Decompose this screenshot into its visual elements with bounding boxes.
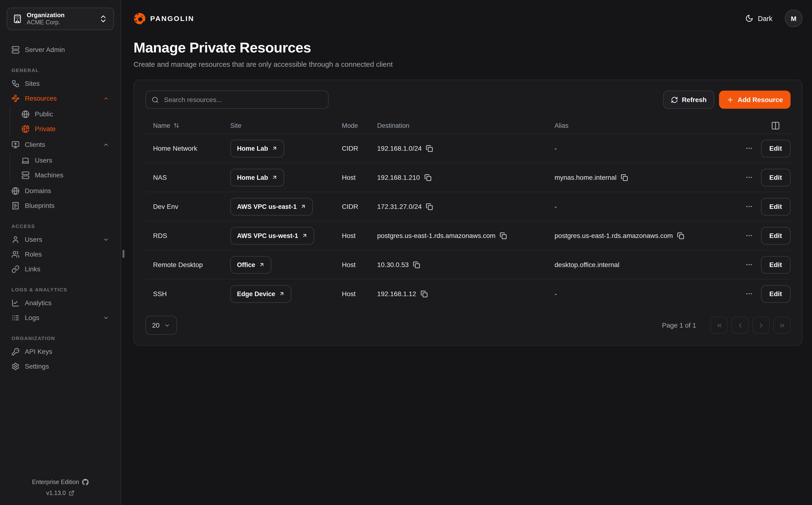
sidebar-item-client-users[interactable]: Users (17, 153, 114, 168)
cell-actions: Edit (718, 285, 791, 303)
row-more-button[interactable] (744, 144, 754, 153)
row-more-button[interactable] (744, 202, 754, 211)
copy-destination-button[interactable] (424, 174, 431, 181)
sidebar-item-domains[interactable]: Domains (7, 184, 114, 198)
row-more-button[interactable] (744, 260, 754, 270)
row-edit-button[interactable]: Edit (761, 198, 791, 215)
add-resource-button[interactable]: Add Resource (719, 91, 791, 109)
row-more-button[interactable] (744, 231, 754, 240)
table-row: Remote Desktop Office Host 10.30.0.53 (146, 250, 791, 279)
copy-destination-button[interactable] (426, 203, 433, 210)
gear-icon (11, 362, 20, 370)
search-input[interactable] (163, 96, 322, 104)
copy-destination-button[interactable] (421, 290, 428, 297)
previous-page-button[interactable] (732, 317, 749, 334)
row-edit-button[interactable]: Edit (761, 140, 791, 157)
cell-destination: 192.168.1.210 (370, 174, 547, 181)
avatar[interactable]: M (785, 10, 802, 27)
app: Organization ACME Corp. Server Admin GEN… (0, 0, 812, 505)
waypoints-icon (11, 95, 20, 103)
arrow-up-right-icon (302, 233, 308, 238)
org-selector[interactable]: Organization ACME Corp. (7, 8, 114, 30)
pager: Page 1 of 1 (662, 317, 791, 334)
moon-icon (746, 14, 754, 22)
copy-destination-button[interactable] (413, 261, 420, 268)
page-info: Page 1 of 1 (662, 321, 696, 329)
chevrons-left-icon (716, 322, 723, 329)
org-label: Organization (27, 11, 65, 19)
sidebar-item-settings[interactable]: Settings (7, 359, 114, 374)
copy-alias-button[interactable] (621, 174, 628, 181)
sidebar-item-public[interactable]: Public (17, 107, 114, 122)
sidebar-item-users[interactable]: Users (7, 232, 114, 247)
site-link-button[interactable]: Home Lab (230, 140, 284, 157)
ellipsis-icon (745, 232, 753, 239)
link-icon (11, 265, 20, 273)
sidebar-item-links[interactable]: Links (7, 262, 114, 277)
table-row: NAS Home Lab Host 192.168.1.210 (146, 163, 791, 192)
refresh-icon (671, 96, 678, 103)
column-header-destination: Destination (370, 122, 547, 129)
cell-name: NAS (146, 174, 223, 181)
sidebar-item-api-keys[interactable]: API Keys (7, 344, 114, 359)
row-edit-button[interactable]: Edit (761, 227, 791, 244)
cell-name: Remote Desktop (146, 261, 223, 269)
table-row: Home Network Home Lab CIDR 192.168.1.0/2… (146, 134, 791, 163)
sidebar-item-clients[interactable]: Clients (7, 137, 114, 152)
table-body: Home Network Home Lab CIDR 192.168.1.0/2… (146, 134, 791, 308)
last-page-button[interactable] (773, 317, 791, 334)
refresh-button[interactable]: Refresh (663, 91, 714, 109)
site-link-button[interactable]: Edge Device (230, 285, 291, 303)
row-more-button[interactable] (744, 289, 754, 299)
sidebar-item-roles[interactable]: Roles (7, 247, 114, 262)
sidebar-scrollbar-thumb[interactable] (123, 250, 124, 258)
server-icon (11, 46, 20, 54)
resources-subnav: Public Private (10, 107, 114, 136)
sidebar-item-resources[interactable]: Resources (7, 91, 114, 106)
column-header-name[interactable]: Name (146, 122, 223, 129)
site-link-button[interactable]: AWS VPC us-east-1 (230, 198, 313, 215)
next-page-button[interactable] (752, 317, 770, 334)
theme-toggle-button[interactable]: Dark (743, 14, 775, 23)
row-edit-button[interactable]: Edit (761, 285, 791, 303)
card-footer: 20 Page 1 of 1 (146, 316, 791, 335)
sidebar-item-private[interactable]: Private (17, 122, 114, 136)
sidebar-item-machines[interactable]: Machines (17, 168, 114, 183)
first-page-button[interactable] (710, 317, 728, 334)
toolbar-actions: Refresh Add Resource (663, 91, 791, 109)
cell-mode: Host (334, 232, 370, 239)
columns-icon[interactable] (771, 121, 780, 130)
monitor-up-icon (11, 141, 20, 149)
column-header-mode: Mode (334, 122, 370, 129)
sidebar-item-logs[interactable]: Logs (7, 310, 114, 325)
copy-icon (426, 145, 433, 152)
cell-alias: - (547, 203, 718, 210)
row-edit-button[interactable]: Edit (761, 169, 791, 186)
users-icon (11, 250, 20, 259)
site-link-button[interactable]: AWS VPC us-west-1 (230, 227, 315, 244)
sidebar-item-analytics[interactable]: Analytics (7, 296, 114, 310)
cell-mode: CIDR (334, 203, 370, 210)
copy-alias-button[interactable] (677, 232, 684, 239)
sidebar-item-sites[interactable]: Sites (7, 76, 114, 91)
edition-link[interactable]: Enterprise Edition (7, 479, 114, 485)
copy-destination-button[interactable] (426, 145, 433, 152)
globe-lock-icon (21, 125, 30, 133)
site-link-button[interactable]: Home Lab (230, 169, 284, 186)
ellipsis-icon (745, 261, 753, 269)
copy-destination-button[interactable] (500, 232, 507, 239)
arrow-up-right-icon (300, 204, 307, 209)
sidebar-item-blueprints[interactable]: Blueprints (7, 198, 114, 213)
row-more-button[interactable] (744, 173, 754, 182)
row-edit-button[interactable]: Edit (761, 256, 791, 274)
version-link[interactable]: v1.13.0 (7, 490, 114, 496)
section-organization: ORGANIZATION (11, 335, 114, 341)
arrow-up-right-icon (272, 175, 278, 180)
site-link-button[interactable]: Office (230, 256, 271, 274)
logs-icon (11, 314, 20, 322)
cell-alias: desktop.office.internal (547, 261, 718, 269)
cell-mode: Host (334, 290, 370, 298)
sidebar-item-server-admin[interactable]: Server Admin (7, 42, 114, 57)
ellipsis-icon (745, 174, 753, 181)
page-size-select[interactable]: 20 (146, 316, 177, 335)
